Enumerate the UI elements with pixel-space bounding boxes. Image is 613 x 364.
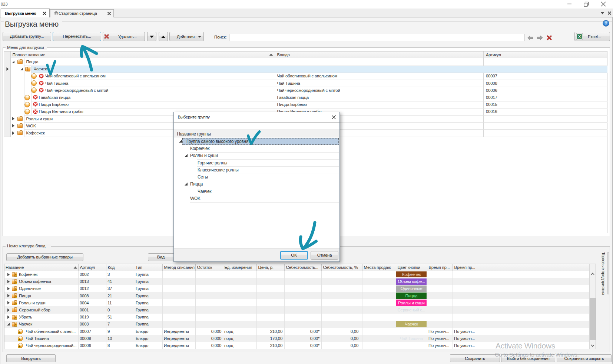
svg-text:X: X: [578, 34, 581, 39]
svg-text:?: ?: [604, 21, 607, 26]
